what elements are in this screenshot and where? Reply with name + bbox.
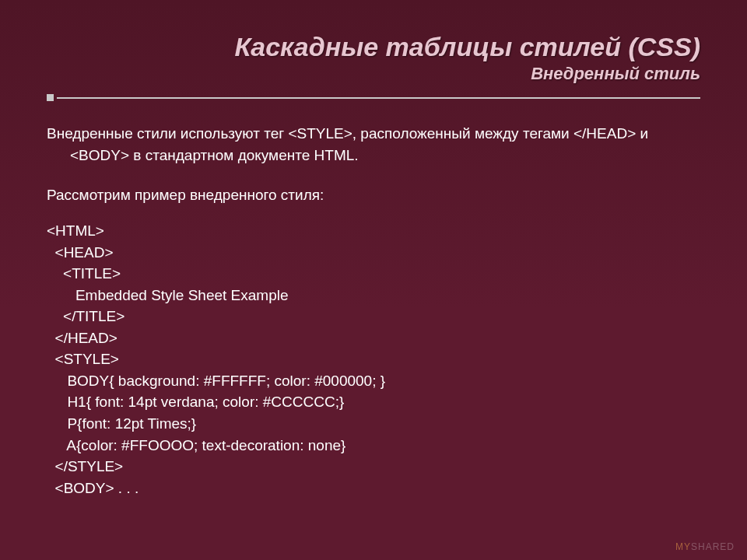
watermark-suffix: SHARED [691,541,735,552]
slide-subtitle: Внедренный стиль [47,63,700,86]
underline-square-icon [47,94,54,101]
body-content: Внедренные стили используют тег <STYLE>,… [47,123,700,499]
underline-line [57,97,700,99]
watermark-prefix: MY [675,541,691,552]
watermark: MYSHARED [675,541,735,552]
title-underline [47,94,700,101]
code-example: <HTML> <HEAD> <TITLE> Embedded Style She… [47,220,700,499]
slide: Каскадные таблицы стилей (CSS) Внедренны… [0,0,747,560]
title-block: Каскадные таблицы стилей (CSS) Внедренны… [47,31,700,85]
paragraph-example-lead: Рассмотрим пример внедреннoго стиля: [47,184,700,206]
slide-title: Каскадные таблицы стилей (CSS) [47,31,700,63]
paragraph-intro: Внедренные стили используют тег <STYLE>,… [47,123,700,166]
